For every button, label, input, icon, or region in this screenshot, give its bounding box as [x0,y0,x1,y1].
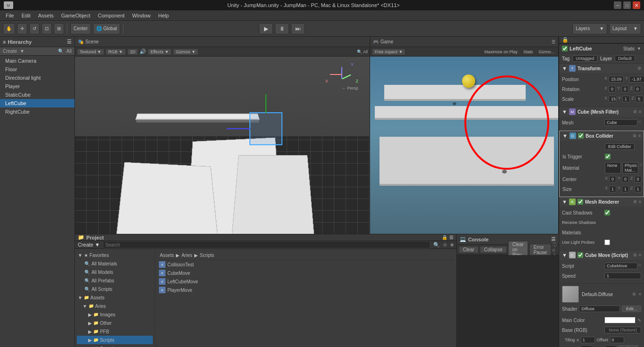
layer-value[interactable]: Default [615,55,635,62]
mesh-filter-header[interactable]: ▼ M Cube (Mesh Filter) ⚙ ≡ [559,107,644,116]
tree-assets[interactable]: ▼ 📁 Assets [77,293,153,302]
breadcrumb-scripts[interactable]: Scripts [200,253,215,258]
scene-2d-btn[interactable]: 2D [127,49,139,55]
tiling-y-field[interactable]: 1 [581,345,592,347]
game-view[interactable] [370,57,558,234]
scene-sound-btn[interactable]: 🔊 [140,49,146,55]
maximize-on-play-btn[interactable]: Maximize on Play [482,50,520,54]
file-player-move[interactable]: # PlayerMove [157,286,454,294]
size-x-field[interactable]: 1 [609,186,616,192]
pos-y-field[interactable]: -1.97 [629,76,644,83]
project-menu-btn[interactable]: ☰ [449,235,454,240]
toolbar-scale-btn[interactable]: ⊡ [41,23,52,34]
size-z-field[interactable]: 1 [635,186,642,192]
script-field[interactable]: CubeMove [604,263,637,269]
play-btn[interactable]: ▶ [259,23,273,34]
menu-help[interactable]: Help [154,12,173,19]
scene-effects-btn[interactable]: Effects ▼ [148,49,172,55]
rot-x-field[interactable]: 0 [609,86,616,92]
transform-header[interactable]: ▼ T Transform ⚙ [559,64,644,73]
mesh-filter-context-btn[interactable]: ≡ [639,109,641,114]
toolbar-rotate-btn[interactable]: ↺ [29,23,40,34]
toolbar-move-btn[interactable]: ✛ [17,23,27,34]
file-cube-move[interactable]: # CubeMove [157,269,454,277]
physic-mat-field[interactable]: Physic Mat... [622,162,638,174]
scale-x-field[interactable]: 15 [609,96,617,102]
box-collider-context-btn[interactable]: ≡ [638,133,641,138]
center-y-field[interactable]: 0 [622,176,629,182]
layers-dropdown[interactable]: Layers ▼ [572,23,607,34]
main-color-field[interactable] [604,317,636,323]
script-select-btn[interactable]: ○ [639,263,641,269]
shader-value[interactable]: Diffuse [579,306,620,312]
mesh-renderer-enabled-checkbox[interactable] [578,199,583,205]
box-collider-enabled-checkbox[interactable] [578,133,584,139]
project-search-icon2[interactable]: 🔍 [433,242,440,248]
tree-all-models[interactable]: 🔍 All Models [77,268,153,276]
tag-value[interactable]: Untagged [572,55,597,62]
project-search-input[interactable] [103,241,431,248]
layout-dropdown[interactable]: Layout ▼ [609,23,641,34]
mesh-renderer-context-btn[interactable]: ≡ [639,199,641,204]
tree-all-scripts[interactable]: 🔍 All Scripts [77,285,153,293]
project-lock-btn[interactable]: 🔒 [442,235,447,240]
menu-gameobject[interactable]: GameObject [58,12,94,19]
hier-item-static-cube[interactable]: StaticCube [0,91,74,99]
step-btn[interactable]: ⏭ [291,23,305,34]
console-error-pause-btn[interactable]: Error Pause [529,244,551,256]
project-list-btn[interactable]: ≡ [450,242,453,248]
mesh-field[interactable]: Cube [604,119,637,126]
console-collapse-btn[interactable]: Collapse [480,246,507,253]
select-btn[interactable]: Select [618,345,638,347]
material-select-btn[interactable]: ○ [640,162,642,174]
menu-assets[interactable]: Assets [34,12,58,19]
box-collider-settings-btn[interactable]: ⚙ [633,133,636,138]
material-settings-btn[interactable]: ⚙ [632,292,636,297]
use-light-probes-checkbox[interactable] [604,240,610,245]
scene-view[interactable]: Y X Z ← Persp [75,57,370,234]
material-none-field[interactable]: None [605,162,621,174]
tree-all-materials[interactable]: 🔍 All Materials [77,259,153,268]
mesh-filter-settings-btn[interactable]: ⚙ [633,109,637,114]
main-color-picker-btn[interactable]: ✎ [637,318,641,323]
edit-collider-btn[interactable]: Edit Collider [605,143,635,150]
center-z-field[interactable]: 0 [635,176,642,182]
tree-aries[interactable]: ▼ 📁 Aries [77,302,153,310]
material-context-btn[interactable]: ≡ [639,292,641,297]
scene-textured-btn[interactable]: Textured ▼ [77,49,104,55]
breadcrumb-assets[interactable]: Assets [160,253,174,258]
object-active-checkbox[interactable] [562,46,568,51]
tree-favorites[interactable]: ▼ ★ Favorites [77,251,153,259]
cube-move-context-btn[interactable]: ≡ [639,253,641,257]
cast-shadows-checkbox[interactable] [604,210,610,215]
hier-item-right-cube[interactable]: RightCube [0,107,74,116]
is-trigger-checkbox[interactable] [605,154,611,159]
size-y-field[interactable]: 1 [622,186,629,192]
mesh-renderer-settings-btn[interactable]: ⚙ [633,199,637,204]
toolbar-hand-btn[interactable]: ✋ [3,23,15,34]
file-collision-test[interactable]: # CollisionTest [157,260,454,269]
hierarchy-all-btn[interactable]: All [66,49,72,54]
hier-item-directional-light[interactable]: Directional light [0,74,74,82]
minimize-btn[interactable]: ─ [614,1,621,9]
hierarchy-create-btn[interactable]: Create [3,49,17,54]
scene-rgb-btn[interactable]: RGB ▼ [106,49,126,55]
box-collider-header[interactable]: ▼ ⊡ Box Collider ⚙ ≡ [560,131,644,140]
gizmos-btn[interactable]: Gizmo... [537,50,556,54]
tree-all-prefabs[interactable]: 🔍 All Prefabs [77,276,153,285]
console-clear-btn[interactable]: Clear [459,246,479,253]
scale-y-field[interactable]: 1 [622,96,630,102]
tree-images[interactable]: ▶ 📁 Images [77,310,153,319]
game-menu-btn[interactable]: ☰ [552,40,555,44]
scene-gizmos-btn[interactable]: Gizmos ▼ [173,49,198,55]
maximize-btn[interactable]: □ [623,1,631,9]
menu-edit[interactable]: Edit [18,12,34,19]
project-star-btn[interactable]: ☆ [443,242,447,248]
game-aspect-btn[interactable]: Free Aspect ▼ [372,49,405,55]
project-create-btn[interactable]: Create ▼ [78,242,100,248]
tree-sounds[interactable]: ▶ 📁 Sounds [77,344,153,347]
hier-item-main-camera[interactable]: Main Camera [0,57,74,65]
mesh-renderer-header[interactable]: ▼ R Mesh Renderer ⚙ ≡ [559,197,644,207]
offset-y-field[interactable]: 0 [605,345,616,347]
center-btn[interactable]: Center [70,23,91,34]
